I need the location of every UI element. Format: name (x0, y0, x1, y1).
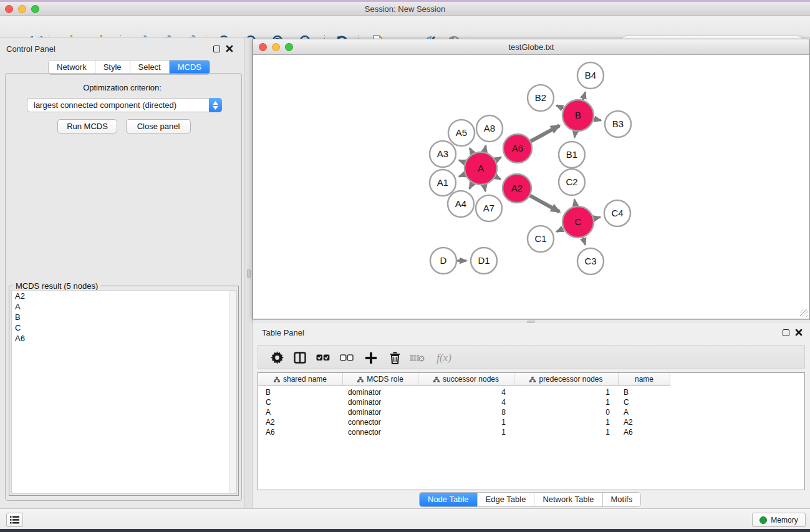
table-cell[interactable]: 1 (514, 397, 619, 407)
table-row[interactable]: Bdominator41B (258, 387, 670, 397)
graph-edge[interactable] (484, 185, 485, 191)
delete-table-button[interactable] (408, 350, 427, 365)
graph-edge[interactable] (574, 132, 576, 138)
table-row[interactable]: A6connector11A6 (258, 427, 670, 437)
column-header-successor-nodes[interactable]: successor nodes (418, 373, 514, 385)
graph-node-label: B4 (585, 70, 596, 80)
graph-edge[interactable] (496, 177, 501, 180)
graph-edge[interactable] (470, 148, 473, 154)
table-row[interactable]: A2connector11A2 (258, 417, 670, 427)
graph-edge[interactable] (583, 92, 586, 100)
attribute-icon (274, 377, 280, 382)
column-header-mcds-role[interactable]: MCDS role (343, 373, 418, 385)
table-cell[interactable]: 4 (418, 397, 514, 407)
graph-edge[interactable] (485, 145, 486, 152)
tab-node-table[interactable]: Node Table (420, 493, 477, 506)
splitter-handle[interactable] (247, 269, 251, 278)
table-cell[interactable]: B (258, 387, 343, 397)
network-window-titlebar[interactable]: testGlobe.txt (253, 39, 809, 55)
table-cell[interactable]: A (619, 407, 670, 417)
select-columns-button[interactable] (291, 350, 309, 365)
graph-edge[interactable] (531, 125, 559, 141)
table-cell[interactable]: connector (343, 417, 418, 427)
table-cell[interactable]: 1 (514, 387, 619, 397)
table-cell[interactable]: dominator (343, 387, 418, 397)
table-cell[interactable]: A6 (258, 427, 343, 437)
run-mcds-button[interactable]: Run MCDS (57, 119, 117, 133)
graph-node-label: D (440, 255, 447, 266)
network-canvas[interactable]: AA1A2A3A4A5A6A7A8BB1B2B3B4CC1C2C3C4DD1 (253, 56, 809, 319)
create-column-button[interactable] (362, 350, 380, 365)
graph-edge[interactable] (574, 200, 576, 206)
optimization-criterion-select[interactable]: largest connected component (directed) (27, 98, 222, 112)
mcds-result-item[interactable]: A2 (12, 291, 236, 301)
float-panel-icon[interactable] (213, 46, 220, 52)
control-panel: Control Panel NetworkStyleSelectMCDS Opt… (0, 37, 244, 508)
network-graph: AA1A2A3A4A5A6A7A8BB1B2B3B4CC1C2C3C4DD1 (253, 56, 809, 319)
tab-select[interactable]: Select (130, 60, 169, 74)
select-all-button[interactable] (314, 350, 332, 365)
table-cell[interactable]: dominator (343, 407, 418, 417)
table-cell[interactable]: A (258, 407, 343, 417)
column-header-shared-name[interactable]: shared name (258, 373, 343, 385)
table-cell[interactable]: 1 (418, 427, 514, 437)
table-cell[interactable]: dominator (343, 397, 418, 407)
mcds-result-item[interactable]: A6 (12, 333, 236, 344)
table-cell[interactable]: B (619, 387, 670, 397)
column-header-predecessor-nodes[interactable]: predecessor nodes (514, 373, 619, 385)
table-cell[interactable]: A2 (619, 417, 670, 427)
vertical-splitter[interactable] (244, 37, 253, 508)
tab-edge-table[interactable]: Edge Table (477, 493, 534, 506)
unselect-all-button[interactable] (337, 350, 356, 365)
close-panel-icon[interactable] (226, 45, 233, 52)
graph-edge[interactable] (530, 196, 559, 212)
tab-motifs[interactable]: Motifs (602, 493, 641, 506)
table-cell[interactable]: C (258, 397, 343, 407)
column-header-name[interactable]: name (619, 373, 670, 385)
graph-edge[interactable] (594, 217, 600, 218)
mcds-result-item[interactable]: B (12, 312, 236, 322)
graph-node-label: A (478, 163, 484, 173)
float-panel-icon[interactable] (783, 329, 789, 336)
table-cell[interactable]: 0 (514, 407, 619, 417)
function-builder-button[interactable]: f(x) (432, 350, 456, 365)
graph-edge[interactable] (496, 157, 501, 160)
graph-edge[interactable] (459, 160, 465, 163)
table-cell[interactable]: 4 (418, 387, 514, 397)
table-cell[interactable]: 1 (514, 417, 619, 427)
graph-node-label: C (575, 216, 582, 227)
table-cell[interactable]: A2 (258, 417, 343, 427)
task-list-icon (10, 516, 19, 524)
graph-edge[interactable] (557, 229, 564, 232)
table-cell[interactable]: 1 (514, 427, 619, 437)
table-row[interactable]: Adominator80A (258, 407, 670, 417)
tab-network-table[interactable]: Network Table (534, 493, 602, 506)
tab-mcds[interactable]: MCDS (169, 60, 210, 74)
tab-network[interactable]: Network (49, 60, 95, 74)
mcds-result-item[interactable]: A (12, 301, 236, 312)
table-cell[interactable]: 1 (418, 417, 514, 427)
close-panel-icon[interactable] (795, 329, 803, 336)
tab-style[interactable]: Style (95, 60, 130, 74)
graph-node-label: A4 (455, 198, 466, 209)
graph-edge[interactable] (594, 119, 600, 120)
show-tasks-button[interactable] (6, 513, 23, 527)
graph-edge[interactable] (556, 105, 563, 109)
memory-button[interactable]: Memory (752, 513, 806, 527)
table-settings-button[interactable] (268, 350, 286, 365)
graph-edge[interactable] (470, 183, 473, 189)
table-cell[interactable]: 8 (418, 407, 514, 417)
delete-column-button[interactable] (385, 350, 404, 365)
table-cell[interactable]: C (619, 397, 670, 407)
graph-edge[interactable] (583, 238, 586, 245)
resize-grip[interactable] (800, 309, 808, 317)
table-row[interactable]: Cdominator41C (258, 397, 670, 407)
graph-edge[interactable] (459, 175, 465, 177)
scrollbar-track[interactable] (229, 291, 236, 493)
graph-node-label: A2 (511, 183, 523, 193)
close-panel-button[interactable]: Close panel (126, 119, 191, 133)
table-cell[interactable]: connector (343, 427, 418, 437)
table-cell[interactable]: A6 (619, 427, 670, 437)
mcds-result-item[interactable]: C (12, 322, 236, 333)
mcds-result-list[interactable]: A2ABCA6 (11, 290, 237, 494)
